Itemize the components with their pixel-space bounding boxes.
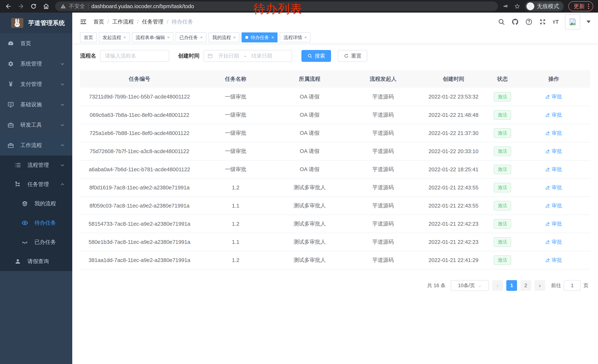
approve-button[interactable]: 审批 bbox=[545, 129, 562, 137]
eye-closed-icon bbox=[22, 239, 28, 245]
chevron-down-icon bbox=[60, 61, 65, 66]
cell-initiator: 芋道源码 bbox=[347, 197, 419, 215]
close-icon[interactable]: × bbox=[304, 35, 307, 40]
approve-button[interactable]: 审批 bbox=[545, 93, 562, 100]
end-date-input[interactable] bbox=[248, 53, 276, 59]
cell-task-id: 580e1b3d-7ac8-11ec-a9e2-a2380e71991a bbox=[80, 233, 199, 251]
sidebar-item-task-management[interactable]: 任务管理 bbox=[0, 175, 72, 194]
page-2-button[interactable]: 2 bbox=[520, 280, 531, 291]
browser-update-button[interactable]: 更新 bbox=[568, 1, 593, 11]
tab-form-edit[interactable]: 流程表单-编辑× bbox=[132, 32, 173, 42]
pen-icon bbox=[545, 240, 550, 244]
sidebar-item-my-process[interactable]: 我的流程 bbox=[0, 194, 72, 213]
approve-button[interactable]: 审批 bbox=[545, 184, 562, 191]
table-row: a6aba0a4-7b6d-11ec-b781-acde48001122 一级审… bbox=[80, 160, 590, 178]
tab-todo-tasks[interactable]: 待办任务× bbox=[241, 32, 277, 42]
tab-start-process[interactable]: 发起流程× bbox=[99, 32, 130, 42]
approve-button[interactable]: 审批 bbox=[545, 220, 562, 227]
fullscreen-icon[interactable] bbox=[539, 18, 546, 25]
sidebar-item-home[interactable]: 首页 bbox=[0, 33, 72, 54]
col-task-name: 任务名称 bbox=[199, 70, 273, 88]
breadcrumb-home[interactable]: 首页 bbox=[93, 18, 104, 25]
refresh-icon bbox=[344, 53, 349, 58]
cell-process: 测试多审批人 bbox=[272, 233, 347, 251]
cell-process: 测试多审批人 bbox=[272, 215, 347, 233]
not-secure-warning-icon bbox=[60, 4, 66, 9]
sidebar-item-infrastructure[interactable]: 基础设施 bbox=[0, 94, 72, 115]
browser-reload-icon[interactable] bbox=[30, 3, 37, 10]
sidebar-item-todo-tasks[interactable]: 待办任务 bbox=[0, 213, 72, 233]
chevron-down-icon bbox=[60, 163, 65, 168]
cell-initiator: 芋道源码 bbox=[347, 160, 419, 178]
browser-home-icon[interactable] bbox=[43, 3, 50, 10]
sidebar-item-devtools[interactable]: 研发工具 bbox=[0, 115, 72, 135]
total-count: 共 16 条 bbox=[427, 282, 446, 289]
start-date-input[interactable] bbox=[215, 53, 242, 59]
goto-page-input[interactable] bbox=[564, 280, 581, 291]
prev-page-button[interactable]: ‹ bbox=[492, 280, 503, 291]
page-size-select[interactable]: 10条/页 bbox=[451, 280, 489, 291]
page-1-button[interactable]: 1 bbox=[506, 280, 517, 291]
github-icon[interactable] bbox=[512, 18, 519, 25]
close-icon[interactable]: × bbox=[233, 35, 236, 40]
cell-initiator: 芋道源码 bbox=[347, 178, 419, 197]
cell-process: OA 请假 bbox=[272, 160, 347, 178]
close-icon[interactable]: × bbox=[123, 35, 126, 40]
approve-button[interactable]: 审批 bbox=[545, 202, 562, 209]
approve-button[interactable]: 审批 bbox=[545, 257, 562, 264]
pen-icon bbox=[545, 185, 550, 190]
col-task-id: 任务编号 bbox=[80, 70, 199, 88]
filter-bar: 流程名 创建时间 - 搜索 重置 bbox=[72, 44, 598, 67]
approve-button[interactable]: 审批 bbox=[545, 148, 562, 155]
close-icon[interactable]: × bbox=[167, 35, 170, 40]
sidebar-item-payment[interactable]: ¥ 支付管理 bbox=[0, 74, 72, 94]
sidebar-item-leave-query[interactable]: 请假查询 bbox=[0, 252, 72, 271]
browser-forward-icon[interactable] bbox=[17, 3, 25, 10]
sidebar-item-workflow[interactable]: 工作流程 bbox=[0, 135, 72, 155]
cell-process: OA 请假 bbox=[272, 142, 347, 160]
font-size-icon[interactable]: ᴛT bbox=[553, 19, 559, 25]
col-initiator: 流程发起人 bbox=[347, 70, 419, 88]
tab-done-tasks[interactable]: 已办任务× bbox=[176, 32, 206, 42]
close-icon[interactable]: × bbox=[271, 35, 274, 40]
table-row: 8f059c03-7ac8-11ec-a9e2-a2380e71991a 1.1… bbox=[80, 197, 590, 215]
sidebar-item-done-tasks[interactable]: 已办任务 bbox=[0, 233, 72, 252]
breadcrumb-task-management[interactable]: 任务管理 bbox=[142, 18, 163, 25]
cell-task-name: 1.2 bbox=[199, 215, 273, 233]
approve-button[interactable]: 审批 bbox=[545, 112, 562, 119]
app-logo[interactable]: 芋道管理系统 bbox=[0, 13, 72, 33]
incognito-label: 无痕模式 bbox=[537, 3, 559, 10]
cell-task-id: 381aa1dd-7ac8-11ec-a9e2-a2380e71991a bbox=[80, 251, 199, 269]
sidebar-collapse-icon[interactable] bbox=[80, 18, 87, 25]
bookmark-star-icon[interactable] bbox=[514, 3, 520, 9]
cell-initiator: 芋道源码 bbox=[347, 215, 419, 233]
close-icon[interactable]: × bbox=[200, 35, 203, 40]
browser-back-icon[interactable] bbox=[5, 3, 12, 10]
help-icon[interactable] bbox=[525, 18, 533, 25]
reset-button[interactable]: 重置 bbox=[338, 50, 367, 62]
process-name-input[interactable] bbox=[100, 50, 169, 62]
next-page-button[interactable]: › bbox=[534, 280, 545, 291]
status-badge: 激活 bbox=[494, 183, 511, 192]
pen-icon bbox=[545, 203, 550, 208]
person-icon bbox=[15, 258, 21, 265]
avatar[interactable] bbox=[565, 14, 580, 29]
browser-menu-icon[interactable] bbox=[588, 4, 589, 9]
password-key-icon[interactable] bbox=[504, 3, 509, 9]
pen-icon bbox=[545, 221, 550, 226]
search-button[interactable]: 搜索 bbox=[301, 50, 331, 62]
approve-button[interactable]: 审批 bbox=[545, 166, 562, 173]
approve-button[interactable]: 审批 bbox=[545, 238, 562, 245]
date-range-picker[interactable]: - bbox=[204, 50, 292, 62]
cell-initiator: 芋道源码 bbox=[347, 106, 419, 124]
tab-process-detail[interactable]: 流程详情× bbox=[280, 32, 310, 42]
cell-task-id: 75d72608-7b7f-11ec-a3c8-acde48001122 bbox=[80, 142, 199, 160]
search-icon[interactable] bbox=[498, 18, 505, 25]
breadcrumb-workflow[interactable]: 工作流程 bbox=[112, 18, 134, 25]
tab-my-process[interactable]: 我的流程× bbox=[208, 32, 239, 42]
avatar-caret-icon[interactable] bbox=[587, 21, 590, 23]
tab-home[interactable]: 首页 bbox=[80, 32, 97, 42]
sidebar-item-process-management[interactable]: 流程管理 bbox=[0, 155, 72, 175]
main-content: 首页 / 工作流程 / 任务管理 / 待办任务 bbox=[72, 13, 598, 364]
sidebar-item-system[interactable]: 系统管理 bbox=[0, 54, 72, 74]
